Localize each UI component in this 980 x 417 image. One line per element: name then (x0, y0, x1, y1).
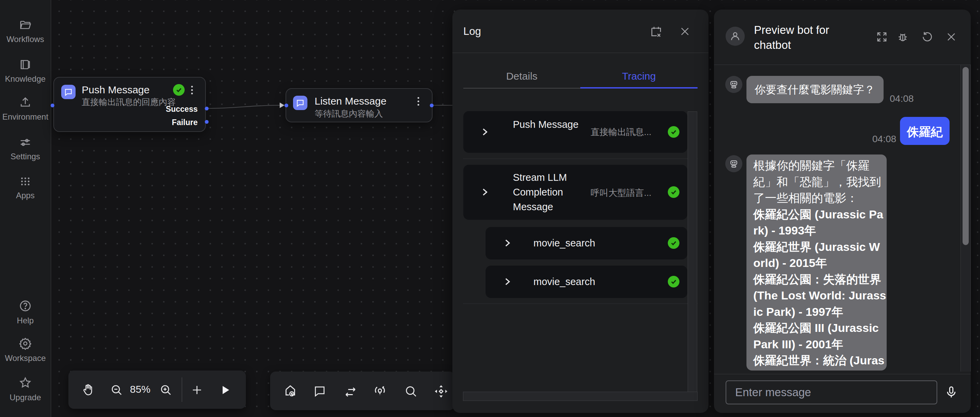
trace-row-title: Push Message (513, 117, 586, 132)
message-timestamp: 04:08 (890, 93, 914, 104)
folder-icon (19, 19, 32, 31)
sidebar-item-settings[interactable]: Settings (0, 136, 51, 161)
chat-scroll-area[interactable]: 你要查什麼電影關鍵字？ 04:08 04:08 侏羅紀 根據你的關鍵字「侏羅 紀… (714, 65, 971, 371)
success-check-icon (668, 276, 679, 287)
tab-tracing[interactable]: Tracing (580, 70, 698, 82)
help-circle-icon (19, 300, 32, 312)
chevron-right-icon[interactable] (479, 127, 490, 137)
close-icon[interactable] (679, 25, 691, 37)
port-label-failure: Failure (172, 118, 198, 127)
robot-icon (729, 159, 739, 169)
book-icon (19, 59, 32, 71)
horizontal-scrollbar[interactable] (463, 392, 698, 401)
log-panel-title: Log (463, 25, 481, 38)
node-success-badge (173, 84, 185, 96)
close-icon[interactable] (945, 31, 957, 43)
home-add-icon[interactable] (283, 384, 297, 398)
chat-message-text-bold: 侏羅紀公園 (Jurassic Pa rk) - 1993年 侏羅紀世界 (Ju… (746, 206, 887, 369)
node-subtitle: 等待訊息內容輸入 (315, 108, 383, 119)
bug-icon[interactable] (897, 31, 909, 43)
node-listen-message[interactable]: Listen Message 等待訊息內容輸入 (286, 88, 433, 122)
trace-row-title: Stream LLM Completion Message (513, 170, 588, 214)
node-menu-button[interactable] (417, 95, 420, 107)
chevron-right-icon[interactable] (479, 187, 490, 197)
apps-grid-icon (19, 175, 32, 187)
tab-details[interactable]: Details (463, 70, 580, 82)
person-icon (729, 30, 741, 42)
robot-icon (729, 79, 739, 90)
chevron-right-icon[interactable] (502, 276, 512, 287)
node-subtitle: 直接輸出訊息的回應內容 (82, 97, 176, 107)
trace-row-subtitle: 呼叫大型語言... (578, 188, 651, 198)
sidebar-item-workflows[interactable]: Workflows (0, 19, 51, 44)
bot-avatar (725, 27, 745, 46)
output-port[interactable] (430, 103, 434, 107)
input-port[interactable] (51, 103, 54, 107)
sidebar-item-help[interactable]: Help (0, 300, 51, 325)
sidebar: Workflows Knowledge Environment Settings… (0, 0, 51, 417)
preview-panel-title: Preview bot for chatbot (754, 22, 853, 52)
divider (463, 303, 698, 304)
trace-row-stream-llm[interactable]: Stream LLM Completion Message 呼叫大型語言... (463, 165, 687, 220)
chat-bubble-icon (293, 96, 307, 110)
port-label-success: Success (166, 105, 198, 114)
success-port[interactable] (205, 107, 208, 110)
chat-message-text: 侏羅紀 (900, 117, 950, 147)
success-check-icon (668, 126, 679, 138)
comment-icon[interactable] (313, 385, 326, 398)
search-icon[interactable] (404, 385, 417, 398)
message-input[interactable] (725, 381, 937, 404)
zoom-out-icon[interactable] (110, 384, 123, 396)
swap-arrows-icon[interactable] (344, 385, 357, 399)
trace-row-push-message[interactable]: Push Message 直接輸出訊息... (463, 111, 687, 153)
log-panel: Log Details Tracing Push Message 直接輸出訊息.… (452, 10, 708, 413)
tab-underline (463, 88, 580, 89)
sidebar-item-environment[interactable]: Environment (0, 97, 51, 122)
chat-message-bot: 你要查什麼電影關鍵字？ (746, 76, 884, 103)
calendar-clear-icon[interactable] (650, 25, 663, 38)
chat-scrollbar-thumb[interactable] (963, 67, 969, 245)
sidebar-item-apps[interactable]: Apps (0, 175, 51, 200)
chat-message-text: 你要查什麼電影關鍵字？ (746, 76, 884, 97)
chat-message-bot-long: 根據你的關鍵字「侏羅 紀」和「恐龍」，我找到 了一些相關的電影： 侏羅紀公園 (… (746, 154, 887, 371)
sidebar-item-workspace[interactable]: Workspace (0, 337, 51, 363)
failure-port[interactable] (205, 120, 208, 124)
gear-icon (19, 337, 32, 350)
canvas-zoom-toolbar: 85% (68, 371, 246, 409)
toolbar-divider (181, 377, 182, 402)
expand-icon[interactable] (876, 31, 888, 43)
divider (463, 159, 698, 159)
idea-refresh-icon[interactable] (373, 384, 387, 398)
tab-active-underline (580, 87, 698, 89)
node-title: Push Message (82, 84, 150, 96)
trace-row-movie-search-2[interactable]: movie_search (485, 266, 687, 298)
add-node-icon[interactable] (191, 384, 203, 396)
move-compass-icon[interactable] (434, 384, 449, 399)
input-port[interactable] (285, 103, 288, 107)
sliders-icon (19, 136, 32, 148)
canvas-tools-toolbar (270, 371, 455, 410)
node-push-message[interactable]: Push Message 直接輸出訊息的回應內容 Success Failure (53, 77, 206, 132)
refresh-icon[interactable] (921, 31, 934, 43)
microphone-icon[interactable] (945, 385, 958, 399)
chevron-right-icon[interactable] (502, 238, 512, 248)
trace-row-subtitle: 直接輸出訊息... (578, 127, 651, 137)
upload-icon (19, 97, 32, 109)
success-check-icon (668, 186, 679, 198)
divider (452, 52, 708, 53)
bot-message-avatar (725, 155, 742, 172)
sidebar-item-knowledge[interactable]: Knowledge (0, 59, 51, 84)
run-play-icon[interactable] (219, 384, 232, 396)
chat-message-text: 根據你的關鍵字「侏羅 紀」和「恐龍」，我找到 了一些相關的電影： (746, 154, 887, 206)
message-timestamp: 04:08 (872, 134, 896, 144)
sidebar-item-upgrade[interactable]: Upgrade (0, 376, 51, 402)
chat-bubble-icon (61, 85, 76, 99)
pan-hand-icon[interactable] (81, 383, 94, 396)
trace-row-movie-search-1[interactable]: movie_search (485, 227, 687, 259)
star-icon (19, 376, 32, 389)
zoom-level[interactable]: 85% (125, 379, 156, 400)
vertical-scrollbar[interactable] (688, 111, 697, 401)
node-menu-button[interactable] (191, 84, 193, 96)
success-check-icon (668, 237, 679, 249)
zoom-in-icon[interactable] (160, 384, 172, 396)
